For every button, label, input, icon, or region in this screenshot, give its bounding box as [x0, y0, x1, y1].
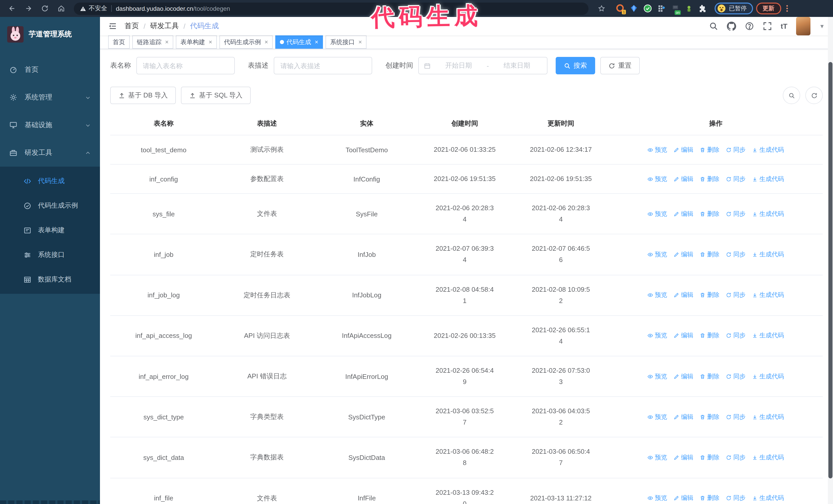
generate-code-link[interactable]: 生成代码: [752, 250, 784, 259]
update-button[interactable]: 更新: [756, 3, 781, 14]
show-search-button[interactable]: [783, 87, 800, 104]
reload-icon[interactable]: [38, 2, 51, 15]
browser-menu-icon[interactable]: [786, 5, 788, 12]
preview-link[interactable]: 预览: [648, 174, 667, 183]
preview-link[interactable]: 预览: [648, 412, 667, 421]
close-icon[interactable]: ×: [358, 36, 362, 48]
edit-link[interactable]: 编辑: [674, 145, 693, 154]
sync-link[interactable]: 同步: [726, 412, 745, 421]
preview-link[interactable]: 预览: [648, 291, 667, 299]
generate-code-link[interactable]: 生成代码: [752, 210, 784, 218]
preview-link[interactable]: 预览: [648, 494, 667, 502]
sidebar-item-system-api[interactable]: 系统接口: [0, 242, 100, 267]
sidebar-item-code-generation[interactable]: 代码生成: [0, 169, 100, 193]
close-icon[interactable]: ×: [315, 36, 318, 48]
green-bot-extension-icon[interactable]: [684, 4, 694, 13]
close-icon[interactable]: ×: [209, 36, 212, 48]
font-size-icon[interactable]: tT: [781, 22, 787, 30]
preview-link[interactable]: 预览: [648, 372, 667, 381]
address-bar[interactable]: 不安全 dashboard.yudao.iocoder.cn/tool/code…: [74, 2, 589, 15]
delete-link[interactable]: 删除: [700, 494, 719, 502]
hamburger-icon[interactable]: [108, 22, 117, 30]
github-icon[interactable]: [727, 22, 736, 31]
tab-trace[interactable]: 链路追踪×: [132, 35, 173, 49]
delete-link[interactable]: 删除: [700, 291, 719, 299]
green-check-extension-icon[interactable]: [643, 4, 652, 13]
grid-extension-icon[interactable]: [657, 4, 666, 13]
puzzle-extensions-menu-icon[interactable]: [698, 4, 708, 13]
home-icon[interactable]: [54, 2, 68, 15]
sync-link[interactable]: 同步: [726, 145, 745, 154]
edit-link[interactable]: 编辑: [674, 494, 693, 502]
forward-icon[interactable]: [22, 2, 35, 15]
sidebar-item-dev-tools[interactable]: 研发工具: [0, 139, 100, 167]
close-icon[interactable]: ×: [264, 36, 268, 48]
preview-link[interactable]: 预览: [648, 145, 667, 154]
generate-code-link[interactable]: 生成代码: [752, 453, 784, 462]
delete-link[interactable]: 删除: [700, 412, 719, 421]
scrollbar-thumb[interactable]: [828, 62, 832, 478]
generate-code-link[interactable]: 生成代码: [752, 145, 784, 154]
orange-circle-extension-icon[interactable]: 1: [615, 4, 624, 13]
sidebar-item-form-builder[interactable]: 表单构建: [0, 218, 100, 242]
delete-link[interactable]: 删除: [700, 174, 719, 183]
bookmark-star-icon[interactable]: [595, 2, 608, 15]
reset-button[interactable]: 重置: [600, 57, 640, 74]
table-name-input[interactable]: [136, 57, 235, 74]
edit-link[interactable]: 编辑: [674, 412, 693, 421]
edit-link[interactable]: 编辑: [674, 250, 693, 259]
refresh-table-button[interactable]: [805, 87, 823, 104]
sync-link[interactable]: 同步: [726, 372, 745, 381]
breadcrumb-dev-tools[interactable]: 研发工具: [150, 22, 179, 31]
close-icon[interactable]: ×: [165, 36, 169, 48]
sidebar-item-system-management[interactable]: 系统管理: [0, 83, 100, 111]
generate-code-link[interactable]: 生成代码: [752, 174, 784, 183]
edit-link[interactable]: 编辑: [674, 453, 693, 462]
sync-link[interactable]: 同步: [726, 332, 745, 340]
blue-gem-extension-icon[interactable]: [629, 4, 638, 13]
sidebar-item-codegen-example[interactable]: 代码生成示例: [0, 193, 100, 218]
edit-link[interactable]: 编辑: [674, 372, 693, 381]
sync-link[interactable]: 同步: [726, 210, 745, 218]
delete-link[interactable]: 删除: [700, 372, 719, 381]
sync-link[interactable]: 同步: [726, 174, 745, 183]
delete-link[interactable]: 删除: [700, 250, 719, 259]
preview-link[interactable]: 预览: [648, 453, 667, 462]
sidebar-item-infrastructure[interactable]: 基础设施: [0, 111, 100, 139]
sync-link[interactable]: 同步: [726, 494, 745, 502]
fullscreen-icon[interactable]: [763, 22, 772, 31]
breadcrumb-home[interactable]: 首页: [124, 22, 139, 31]
app-logo[interactable]: 芋道管理系统: [0, 17, 100, 48]
delete-link[interactable]: 删除: [700, 210, 719, 218]
scrollbar-track[interactable]: [828, 17, 833, 504]
sidebar-item-home[interactable]: 首页: [0, 56, 100, 83]
sidebar-item-db-docs[interactable]: 数据库文档: [0, 267, 100, 292]
caret-down-icon[interactable]: ▼: [819, 23, 825, 29]
date-range-picker[interactable]: 开始日期 - 结束日期: [418, 57, 547, 74]
delete-link[interactable]: 删除: [700, 332, 719, 340]
sync-link[interactable]: 同步: [726, 291, 745, 299]
delete-link[interactable]: 删除: [700, 453, 719, 462]
search-icon[interactable]: [709, 22, 718, 31]
edit-link[interactable]: 编辑: [674, 210, 693, 218]
import-sql-button[interactable]: 基于 SQL 导入: [181, 87, 251, 104]
edit-link[interactable]: 编辑: [674, 174, 693, 183]
back-icon[interactable]: [5, 2, 19, 15]
avatar[interactable]: [796, 17, 810, 35]
help-icon[interactable]: [745, 22, 754, 31]
tab-code-generation[interactable]: 代码生成×: [275, 35, 323, 49]
generate-code-link[interactable]: 生成代码: [752, 291, 784, 299]
tab-form-builder[interactable]: 表单构建×: [176, 35, 217, 49]
preview-link[interactable]: 预览: [648, 332, 667, 340]
table-desc-input[interactable]: [274, 57, 372, 74]
tab-codegen-example[interactable]: 代码生成示例×: [219, 35, 273, 49]
delete-link[interactable]: 删除: [700, 145, 719, 154]
tab-home[interactable]: 首页: [108, 35, 130, 49]
generate-code-link[interactable]: 生成代码: [752, 372, 784, 381]
preview-link[interactable]: 预览: [648, 210, 667, 218]
sync-link[interactable]: 同步: [726, 250, 745, 259]
edit-link[interactable]: 编辑: [674, 332, 693, 340]
security-warning[interactable]: 不安全: [80, 4, 107, 13]
import-db-button[interactable]: 基于 DB 导入: [110, 87, 176, 104]
generate-code-link[interactable]: 生成代码: [752, 494, 784, 502]
